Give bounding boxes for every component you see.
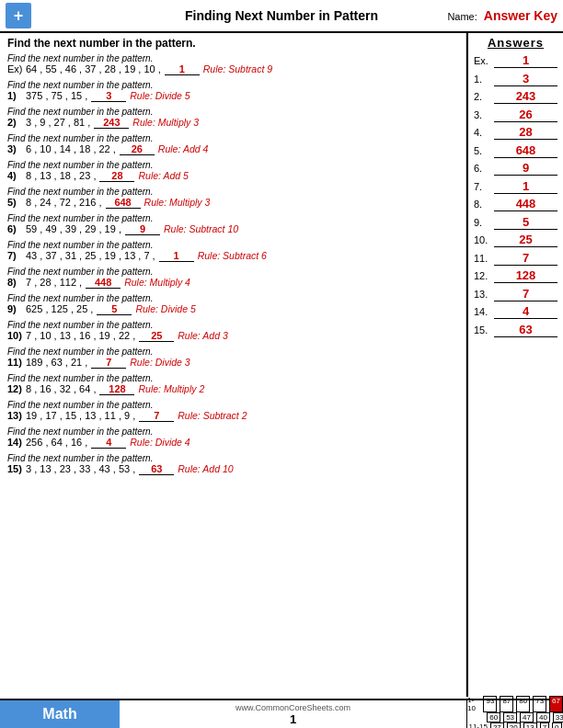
problem-2-sequence: 3 , 9 , 27 , 81 , [26, 117, 90, 128]
main-container: Find the next number in the pattern. Fin… [0, 33, 563, 697]
answer-row-10: 10.25 [474, 233, 557, 247]
score-67: 67 [549, 696, 563, 712]
footer-scores: 1-10 93 87 80 73 67 60 53 47 40 33 11-15… [466, 700, 563, 728]
header-name-label: Name: Answer Key [447, 8, 557, 23]
problem-15-answer: 63 [139, 463, 174, 475]
problem-12-num: 12) [7, 383, 24, 394]
problem-9: Find the next number in the pattern.9)62… [7, 293, 458, 315]
problem-11-line: 11)189 , 63 , 21 ,7Rule: Divide 3 [7, 357, 458, 369]
problem-8-line: 8)7 , 28 , 112 ,448Rule: Multiply 4 [7, 277, 458, 289]
answer-row-11: 11.7 [474, 251, 557, 266]
example-italic: Find the next number in the pattern. [7, 53, 458, 63]
problem-14: Find the next number in the pattern.14)2… [7, 427, 458, 449]
problem-6-line: 6)59 , 49 , 39 , 29 , 19 ,9Rule: Subtrac… [7, 223, 458, 235]
ans-label-11: 11. [474, 253, 494, 264]
example-problem: Find the next number in the pattern. Ex)… [7, 53, 458, 75]
ans-value-15: 63 [494, 323, 557, 337]
score-47: 47 [520, 712, 534, 722]
answer-row-3: 3.26 [474, 108, 557, 122]
score-60: 60 [487, 712, 500, 722]
problem-9-answer: 5 [97, 303, 132, 315]
problem-3-italic: Find the next number in the pattern. [7, 133, 458, 143]
problem-4-num: 4) [7, 170, 24, 181]
ans-label-13: 13. [474, 289, 494, 300]
problem-4-italic: Find the next number in the pattern. [7, 160, 458, 170]
problem-8-num: 8) [7, 277, 24, 288]
problem-12-line: 12)8 , 16 , 32 , 64 ,128Rule: Multiply 2 [7, 383, 458, 395]
ans-label-2: 2. [474, 91, 494, 102]
problem-3: Find the next number in the pattern.3)6 … [7, 133, 458, 155]
problem-13-italic: Find the next number in the pattern. [7, 400, 458, 410]
problem-14-rule: Rule: Divide 4 [130, 437, 190, 448]
problem-5: Find the next number in the pattern.5)8 … [7, 187, 458, 209]
problem-14-line: 14)256 , 64 , 16 ,4Rule: Divide 4 [7, 437, 458, 449]
problem-8: Find the next number in the pattern.8)7 … [7, 267, 458, 289]
problem-2-line: 2)3 , 9 , 27 , 81 ,243Rule: Multiply 3 [7, 117, 458, 129]
problem-9-num: 9) [7, 303, 24, 314]
answer-row-4: 4.28 [474, 125, 557, 140]
score-33: 33 [553, 712, 563, 722]
problem-9-italic: Find the next number in the pattern. [7, 293, 458, 303]
problem-15-num: 15) [7, 463, 24, 474]
problem-14-sequence: 256 , 64 , 16 , [26, 437, 87, 448]
score-73: 73 [533, 696, 546, 712]
ans-label-9: 9. [474, 217, 494, 228]
answers-container: 1.32.2433.264.285.6486.97.18.4489.510.25… [474, 72, 557, 337]
answer-row-8: 8.448 [474, 197, 557, 211]
problem-8-sequence: 7 , 28 , 112 , [26, 277, 82, 288]
answers-panel: Answers Ex. 1 1.32.2433.264.285.6486.97.… [466, 33, 563, 697]
problem-12-italic: Find the next number in the pattern. [7, 373, 458, 383]
problem-6-num: 6) [7, 223, 24, 234]
problem-7-sequence: 43 , 37 , 31 , 25 , 19 , 13 , 7 , [26, 250, 155, 261]
answer-key-label: Answer Key [484, 8, 557, 23]
problem-6-italic: Find the next number in the pattern. [7, 213, 458, 223]
problem-11-answer: 7 [91, 357, 126, 369]
problem-10: Find the next number in the pattern.10)7… [7, 320, 458, 342]
problem-13-num: 13) [7, 410, 24, 421]
problem-8-answer: 448 [86, 277, 121, 289]
ans-value-3: 26 [494, 108, 557, 122]
score-range-row-2: 11-15 27 20 13 7 0 [468, 722, 561, 728]
problem-15: Find the next number in the pattern.15)3… [7, 453, 458, 475]
score-40: 40 [536, 712, 550, 722]
ans-value-10: 25 [494, 233, 557, 247]
problem-13-sequence: 19 , 17 , 15 , 13 , 11 , 9 , [26, 410, 135, 421]
problem-11-sequence: 189 , 63 , 21 , [26, 357, 87, 368]
section-title: Find the next number in the pattern. [7, 37, 458, 50]
problem-3-line: 3)6 , 10 , 14 , 18 , 22 ,26Rule: Add 4 [7, 143, 458, 155]
problem-6-sequence: 59 , 49 , 39 , 29 , 19 , [26, 223, 121, 234]
score-0: 0 [552, 722, 561, 728]
problem-2-italic: Find the next number in the pattern. [7, 107, 458, 117]
problem-9-sequence: 625 , 125 , 25 , [26, 303, 93, 314]
problem-10-num: 10) [7, 330, 24, 341]
problem-10-sequence: 7 , 10 , 13 , 16 , 19 , 22 , [26, 330, 135, 341]
problem-6-answer: 9 [125, 223, 160, 235]
ans-value-12: 128 [494, 268, 557, 283]
ans-example-label: Ex. [474, 55, 494, 66]
problem-11: Find the next number in the pattern.11)1… [7, 347, 458, 369]
problem-12: Find the next number in the pattern.12)8… [7, 373, 458, 395]
ans-label-6: 6. [474, 163, 494, 174]
score-80: 80 [516, 696, 530, 712]
problem-4-line: 4)8 , 13 , 18 , 23 ,28Rule: Add 5 [7, 170, 458, 182]
answer-row-7: 7.1 [474, 179, 557, 194]
ans-value-8: 448 [494, 197, 557, 211]
ans-label-15: 15. [474, 324, 494, 336]
problem-15-italic: Find the next number in the pattern. [7, 453, 458, 463]
ans-value-4: 28 [494, 125, 557, 140]
answer-row-6: 6.9 [474, 161, 557, 176]
ans-label-3: 3. [474, 109, 494, 120]
score-93: 93 [483, 696, 497, 712]
problem-5-num: 5) [7, 197, 24, 208]
problem-4-rule: Rule: Add 5 [138, 170, 188, 181]
problem-2-answer: 243 [94, 117, 129, 129]
problem-13: Find the next number in the pattern.13)1… [7, 400, 458, 422]
ans-value-9: 5 [494, 215, 557, 230]
score-range-1: 1-10 [467, 696, 480, 712]
problem-10-rule: Rule: Add 3 [178, 330, 227, 341]
problem-4-sequence: 8 , 13 , 18 , 23 , [26, 170, 96, 181]
ans-value-1: 3 [494, 72, 557, 86]
problem-11-rule: Rule: Divide 3 [130, 357, 190, 368]
problem-4: Find the next number in the pattern.4)8 … [7, 160, 458, 182]
ans-label-12: 12. [474, 270, 494, 281]
